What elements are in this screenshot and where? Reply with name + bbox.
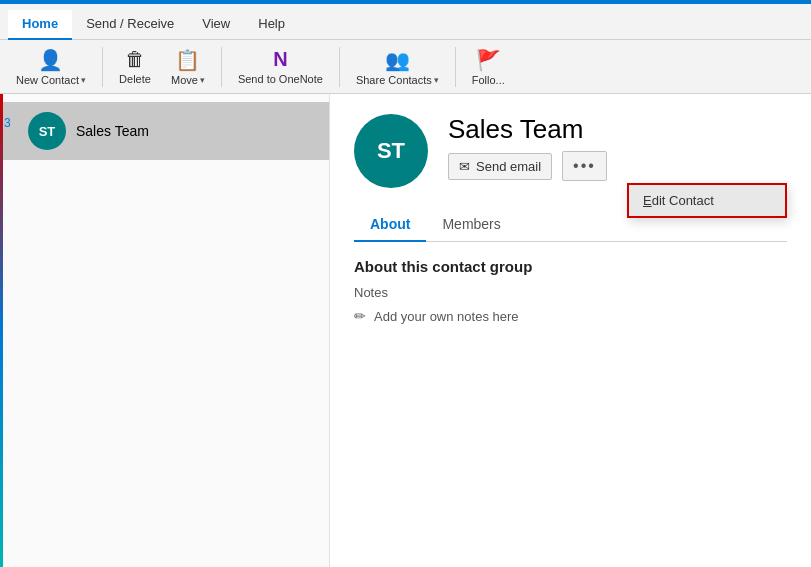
separator-3 bbox=[339, 47, 340, 87]
contact-info: Sales Team ✉ Send email ••• Edit Contact bbox=[448, 114, 787, 181]
notes-add[interactable]: ✏ Add your own notes here bbox=[354, 308, 787, 324]
about-section: About this contact group Notes ✏ Add you… bbox=[354, 258, 787, 324]
contact-list-item[interactable]: ST Sales Team bbox=[0, 102, 329, 160]
notes-label: Notes bbox=[354, 285, 787, 300]
more-actions-button[interactable]: ••• bbox=[562, 151, 607, 181]
dropdown-popup: Edit Contact bbox=[627, 183, 787, 218]
about-heading: About this contact group bbox=[354, 258, 787, 275]
tab-about[interactable]: About bbox=[354, 208, 426, 242]
notes-placeholder: Add your own notes here bbox=[374, 309, 519, 324]
onenote-button[interactable]: N Send to OneNote bbox=[230, 44, 331, 89]
separator-2 bbox=[221, 47, 222, 87]
separator-4 bbox=[455, 47, 456, 87]
email-icon: ✉ bbox=[459, 159, 470, 174]
contact-avatar-large: ST bbox=[354, 114, 428, 188]
move-chevron: ▾ bbox=[200, 75, 205, 85]
new-contact-icon: 👤 bbox=[38, 48, 63, 72]
delete-button[interactable]: 🗑 Delete bbox=[111, 44, 159, 89]
contact-header: ST Sales Team ✉ Send email ••• Edit Cont… bbox=[354, 114, 787, 188]
send-email-button[interactable]: ✉ Send email bbox=[448, 153, 552, 180]
contact-title: Sales Team bbox=[448, 114, 787, 145]
contact-list-name: Sales Team bbox=[76, 123, 149, 139]
tab-view[interactable]: View bbox=[188, 10, 244, 40]
toolbar: 👤 New Contact ▾ 🗑 Delete 📋 Move ▾ N Send… bbox=[0, 40, 811, 94]
contact-avatar-small: ST bbox=[28, 112, 66, 150]
new-contact-chevron: ▾ bbox=[81, 75, 86, 85]
contact-actions: ✉ Send email ••• Edit Contact bbox=[448, 151, 787, 181]
onenote-icon: N bbox=[273, 48, 287, 71]
share-contacts-button[interactable]: 👥 Share Contacts ▾ bbox=[348, 44, 447, 90]
tab-home[interactable]: Home bbox=[8, 10, 72, 40]
tab-send-receive[interactable]: Send / Receive bbox=[72, 10, 188, 40]
detail-panel: ST Sales Team ✉ Send email ••• Edit Cont… bbox=[330, 94, 811, 567]
share-chevron: ▾ bbox=[434, 75, 439, 85]
separator-1 bbox=[102, 47, 103, 87]
move-icon: 📋 bbox=[175, 48, 200, 72]
tab-members[interactable]: Members bbox=[426, 208, 516, 242]
share-contacts-icon: 👥 bbox=[385, 48, 410, 72]
tab-bar: Home Send / Receive View Help bbox=[0, 4, 811, 40]
follow-icon: 🚩 bbox=[476, 48, 501, 72]
pencil-icon: ✏ bbox=[354, 308, 366, 324]
left-accent bbox=[0, 94, 3, 567]
new-contact-button[interactable]: 👤 New Contact ▾ bbox=[8, 44, 94, 90]
move-button[interactable]: 📋 Move ▾ bbox=[163, 44, 213, 90]
follow-button[interactable]: 🚩 Follo... bbox=[464, 44, 513, 90]
sidebar: 3 ST Sales Team bbox=[0, 94, 330, 567]
edit-contact-item[interactable]: Edit Contact bbox=[629, 185, 785, 216]
main-content: 3 ST Sales Team ST Sales Team ✉ Send ema… bbox=[0, 94, 811, 567]
delete-icon: 🗑 bbox=[125, 48, 145, 71]
tab-help[interactable]: Help bbox=[244, 10, 299, 40]
contact-count: 3 bbox=[4, 116, 11, 130]
